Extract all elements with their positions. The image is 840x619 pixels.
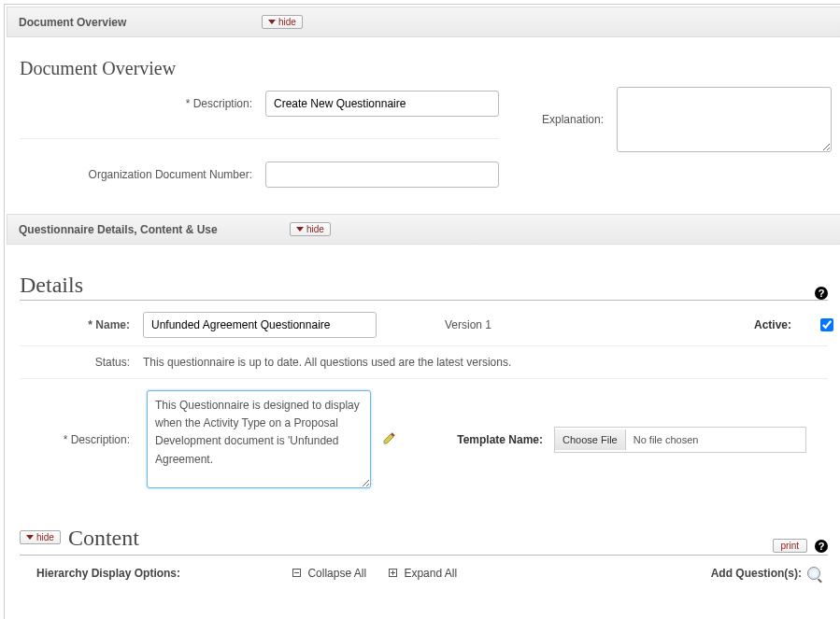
caret-down-icon xyxy=(296,227,304,232)
hide-label: hide xyxy=(278,17,296,27)
minus-icon xyxy=(292,569,301,577)
caret-down-icon xyxy=(26,535,34,540)
doc-overview-header-title: Document Overview xyxy=(19,16,262,29)
hierarchy-display-label: Hierarchy Display Options: xyxy=(36,567,180,580)
details-desc-label: * Description: xyxy=(23,433,135,446)
active-label: Active: xyxy=(642,318,791,331)
org-doc-num-input[interactable] xyxy=(265,162,499,188)
details-name-row: * Name: Version 1 Active: xyxy=(20,304,828,346)
help-icon[interactable]: ? xyxy=(815,540,828,553)
details-heading-row: Details ? xyxy=(20,261,828,301)
template-name-label: Template Name: xyxy=(421,433,543,446)
caret-down-icon xyxy=(268,20,276,24)
collapse-all-text: Collapse All xyxy=(307,567,366,580)
hide-label: hide xyxy=(306,224,324,234)
app-frame: Document Overview hide Document Overview… xyxy=(4,4,840,619)
name-input[interactable] xyxy=(143,312,377,338)
edit-description-icon[interactable] xyxy=(382,430,410,448)
details-desc-row: * Description: Template Name: Choose Fil… xyxy=(20,379,828,499)
hide-label: hide xyxy=(36,532,54,542)
expand-all-text: Expand All xyxy=(404,567,457,580)
content-title: Content xyxy=(68,526,139,551)
status-label: Status: xyxy=(23,356,135,369)
status-text: This questionnaire is up to date. All qu… xyxy=(143,356,824,369)
overview-form: * Description: Explanation: Organization… xyxy=(20,87,828,188)
template-file-input[interactable]: Choose File No file chosen xyxy=(554,427,806,453)
doc-overview-header: Document Overview hide xyxy=(7,7,840,37)
description-input[interactable] xyxy=(265,91,499,117)
content-options-row: Hierarchy Display Options: Collapse All … xyxy=(20,556,828,584)
qdetails-header-title: Questionnaire Details, Content & Use xyxy=(19,223,290,236)
explanation-textarea[interactable] xyxy=(617,87,832,152)
hide-button-overview[interactable]: hide xyxy=(262,15,303,29)
file-status-text: No file chosen xyxy=(626,434,706,445)
version-text: Version 1 xyxy=(384,318,552,331)
hide-button-content[interactable]: hide xyxy=(20,530,61,544)
explanation-label: Explanation: xyxy=(506,113,609,126)
details-title: Details xyxy=(20,273,83,298)
choose-file-button[interactable]: Choose File xyxy=(555,429,626,450)
qdetails-header: Questionnaire Details, Content & Use hid… xyxy=(7,214,840,245)
help-icon[interactable]: ? xyxy=(815,287,828,300)
expand-all-link[interactable]: Expand All xyxy=(389,567,457,580)
add-question-label: Add Question(s): xyxy=(711,567,802,580)
active-checkbox[interactable] xyxy=(820,318,833,331)
search-icon[interactable] xyxy=(807,567,820,580)
doc-overview-title: Document Overview xyxy=(20,58,828,79)
print-button[interactable]: print xyxy=(773,539,807,553)
org-doc-num-label: Organization Document Number: xyxy=(20,168,258,181)
hide-button-qdetails[interactable]: hide xyxy=(290,222,331,236)
doc-overview-body: Document Overview * Description: Explana… xyxy=(7,37,840,197)
collapse-all-link[interactable]: Collapse All xyxy=(292,567,366,580)
details-status-row: Status: This questionnaire is up to date… xyxy=(20,346,828,379)
details-body: Details ? * Name: Version 1 Active: Stat… xyxy=(7,245,840,593)
name-label: * Name: xyxy=(23,318,135,331)
description-label: * Description: xyxy=(20,97,258,110)
content-heading-row: hide Content print ? xyxy=(20,526,828,556)
details-desc-textarea[interactable] xyxy=(147,390,371,488)
plus-icon xyxy=(389,569,397,577)
